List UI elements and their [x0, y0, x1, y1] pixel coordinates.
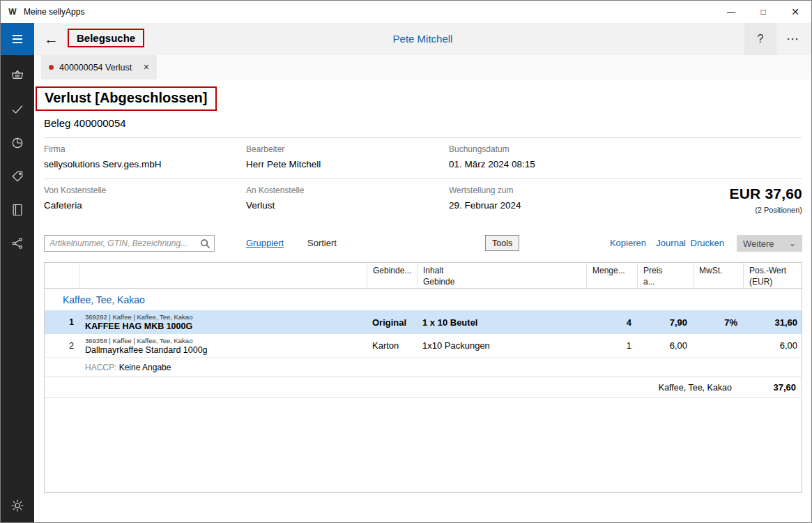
header-line: a...: [643, 277, 687, 288]
cell-gebinde: Original: [367, 316, 417, 329]
field-label: Wertstellung zum: [449, 185, 679, 195]
share-icon: [10, 236, 24, 250]
field-value: 29. Februar 2024: [449, 200, 679, 211]
header-mwst[interactable]: MwSt.: [693, 263, 743, 289]
grouped-toggle[interactable]: Gruppiert: [246, 238, 284, 248]
field-buchungsdatum: Buchungsdatum 01. März 2024 08:15: [449, 144, 679, 169]
haccp-value: Keine Angabe: [119, 363, 171, 372]
sidebar-item-reports[interactable]: [1, 126, 34, 160]
tab-close-icon[interactable]: ✕: [143, 63, 149, 72]
cell-inhalt: 1x10 Packungen: [417, 339, 586, 352]
footer-group-total: 37,60: [742, 382, 802, 393]
chevron-down-icon: ⌄: [789, 240, 796, 247]
group-header: Kaffee, Tee, Kakao: [45, 289, 802, 310]
app-window: W Meine sellyApps — □ ✕ ← Belegsuche Pet…: [0, 0, 812, 523]
settings-gear-icon: [10, 499, 24, 513]
field-bearbeiter: Bearbeiter Herr Pete Mitchell: [246, 144, 449, 169]
table-row[interactable]: 2 369358 | Kaffee | Kaffee, Tee, Kakao D…: [45, 334, 802, 358]
main-area: 400000054 Verlust ✕ Verlust [Abgeschloss…: [34, 55, 811, 522]
pie-chart-icon: [10, 136, 24, 150]
table-row[interactable]: 1 369282 | Kaffee | Kaffee, Tee, Kakao K…: [45, 310, 802, 334]
print-link[interactable]: Drucken: [691, 238, 724, 248]
cell-inhalt: 1 x 10 Beutel: [417, 316, 586, 329]
header-inhalt-gebinde[interactable]: Inhalt Gebinde: [417, 263, 586, 289]
haccp-text: HACCP: Keine Angabe: [79, 363, 802, 372]
field-label: Bearbeiter: [246, 144, 449, 154]
tag-icon: [10, 169, 24, 183]
header-more-button[interactable]: ⋯: [776, 23, 809, 55]
window-controls: — □ ✕: [715, 1, 811, 23]
field-label: Von Kostenstelle: [44, 185, 246, 195]
document-tab[interactable]: 400000054 Verlust ✕: [41, 55, 157, 79]
footer-group-label: Kaffee, Tee, Kakao: [45, 383, 742, 393]
sidebar-item-journal[interactable]: [1, 193, 34, 227]
header-menge[interactable]: Menge...: [586, 263, 637, 289]
sidebar-item-tasks[interactable]: [1, 93, 34, 126]
total-amount: EUR 37,60: [679, 185, 802, 202]
field-value: Herr Pete Mitchell: [246, 159, 449, 169]
field-value: sellysolutions Serv.ges.mbH: [44, 159, 246, 169]
cell-preis: 6,00: [637, 339, 693, 352]
header-num: [45, 263, 79, 289]
cell-menge: 1: [586, 339, 637, 352]
field-an-kostenstelle: An Kostenstelle Verlust: [246, 185, 449, 214]
journal-link[interactable]: Journal: [656, 238, 686, 248]
header-line: Preis: [643, 266, 687, 277]
close-button[interactable]: ✕: [779, 1, 811, 23]
table-header-row: Gebinde... Inhalt Gebinde Menge... Preis…: [45, 263, 802, 289]
group-footer-row: Kaffee, Tee, Kakao 37,60: [45, 377, 802, 398]
row-number: 2: [45, 340, 79, 352]
article-search[interactable]: [44, 235, 215, 252]
sidebar-item-share[interactable]: [1, 227, 34, 260]
sidebar-item-labels[interactable]: [1, 160, 34, 193]
field-wertstellung: Wertstellung zum 29. Februar 2024: [449, 185, 679, 214]
sidebar-item-cart[interactable]: [1, 59, 34, 93]
sorted-toggle[interactable]: Sortiert: [307, 238, 337, 248]
cell-preis: 7,90: [637, 316, 693, 329]
article-meta: 369282 | Kaffee | Kaffee, Tee, Kakao: [85, 313, 361, 321]
cell-mwst: 7%: [693, 316, 743, 329]
document-title: Verlust [Abgeschlossen]: [36, 86, 217, 111]
field-label: An Kostenstelle: [246, 185, 449, 195]
hamburger-menu-button[interactable]: [1, 23, 34, 55]
haccp-label: HACCP:: [85, 363, 116, 372]
document-content: Verlust [Abgeschlossen] Beleg 400000054 …: [34, 79, 811, 493]
total-positions: (2 Positionen): [679, 206, 802, 214]
cart-icon: [10, 69, 24, 83]
cell-mwst: [693, 344, 743, 347]
header-preis[interactable]: Preis a...: [637, 263, 693, 289]
window-title: Meine sellyApps: [24, 7, 84, 17]
tab-label: 400000054 Verlust: [59, 63, 132, 73]
cell-wert: 31,60: [743, 316, 802, 329]
header-line: Inhalt: [423, 266, 581, 277]
article-name: KAFFEE HAG MKB 1000G: [85, 321, 361, 331]
header-description: [79, 263, 367, 289]
article-name: Dallmayrkaffee Standard 1000g: [85, 345, 361, 355]
field-value: Cafeteria: [44, 200, 246, 211]
copy-link[interactable]: Kopieren: [610, 238, 646, 248]
article-description: 369358 | Kaffee | Kaffee, Tee, Kakao Dal…: [79, 335, 367, 356]
field-label: Firma: [44, 144, 246, 154]
header-gebinde[interactable]: Gebinde...: [367, 263, 417, 289]
sidebar: [1, 55, 34, 522]
article-meta: 369358 | Kaffee | Kaffee, Tee, Kakao: [85, 337, 361, 344]
user-name[interactable]: Pete Mitchell: [34, 23, 811, 55]
sidebar-item-settings[interactable]: [1, 489, 34, 522]
hamburger-icon: [10, 32, 24, 46]
maximize-button[interactable]: □: [747, 1, 779, 23]
row-number: 1: [45, 316, 79, 328]
search-input[interactable]: [45, 236, 214, 251]
tools-button[interactable]: Tools: [485, 235, 519, 251]
search-icon[interactable]: [200, 238, 210, 249]
positions-toolbar: Gruppiert Sortiert Tools Kopieren Journa…: [44, 235, 802, 253]
more-actions-label: Weitere: [743, 238, 774, 249]
header-pos-wert[interactable]: Pos.-Wert (EUR): [743, 263, 802, 289]
minimize-button[interactable]: —: [715, 1, 747, 23]
more-actions-button[interactable]: Weitere ⌄: [737, 235, 802, 252]
document-subtitle: Beleg 400000054: [44, 117, 802, 129]
header-line: Gebinde: [423, 277, 581, 288]
checkmark-icon: [10, 103, 24, 116]
help-button[interactable]: ?: [744, 23, 776, 55]
header-line: (EUR): [749, 277, 797, 288]
title-bar: W Meine sellyApps — □ ✕: [1, 1, 811, 23]
